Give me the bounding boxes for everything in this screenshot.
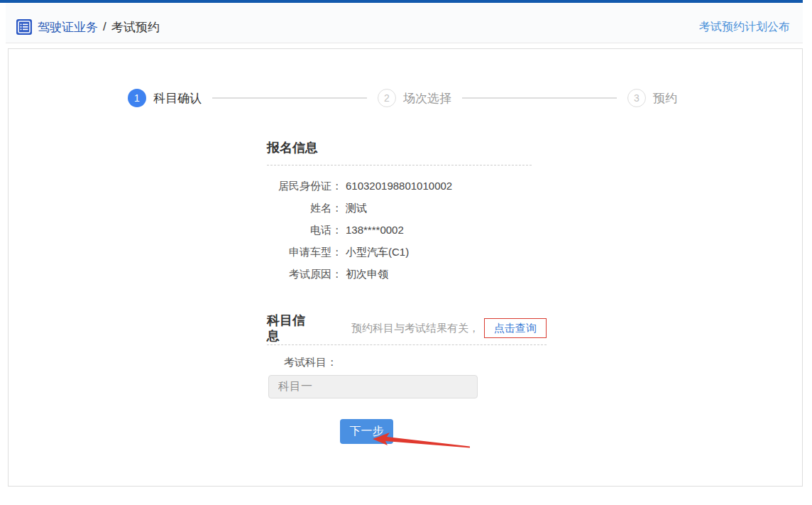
registration-info-title: 报名信息 [267,140,532,156]
field-id-number: 居民身份证： 610320198801010002 [267,175,532,197]
page-header: 驾驶证业务 / 考试预约 考试预约计划公布 [6,3,803,43]
step-reserve: 3 预约 [627,89,677,107]
field-vehicle-type: 申请车型： 小型汽车(C1) [267,241,532,263]
subject-note: 预约科目与考试结果有关， [351,322,479,335]
click-to-query-link[interactable]: 点击查询 [494,322,537,335]
breadcrumb-item-license-business[interactable]: 驾驶证业务 [38,19,98,36]
query-link-highlight-box[interactable]: 点击查询 [484,318,547,338]
breadcrumb: 驾驶证业务 / 考试预约 [16,19,160,36]
step-subject-confirm: 1 科目确认 [128,89,202,107]
field-name: 姓名： 测试 [267,197,532,219]
breadcrumb-separator: / [103,20,106,34]
field-phone: 电话： 138****0002 [267,219,532,241]
step-session-select: 2 场次选择 [378,89,451,107]
field-exam-reason: 考试原因： 初次申领 [267,263,532,285]
step-2-label: 场次选择 [403,90,451,107]
section-divider [267,165,532,165]
section-divider [267,344,547,345]
registration-info-section: 报名信息 居民身份证： 610320198801010002 姓名： 测试 电话… [267,140,532,285]
wizard-stepper: 1 科目确认 2 场次选择 3 预约 [128,89,677,107]
step-3-circle: 3 [627,89,646,107]
list-icon [16,19,32,35]
exam-subject-label: 考试科目： [284,357,547,368]
subject-info-section: 科目信息 预约科目与考试结果有关， 点击查询 考试科目： 下一步 [267,317,547,444]
exam-subject-input[interactable] [268,375,478,398]
exam-plan-announcement-link[interactable]: 考试预约计划公布 [699,20,790,35]
stepper-connector [462,97,617,99]
subject-info-title: 科目信息 [267,313,311,344]
step-2-circle: 2 [378,89,396,107]
next-step-button[interactable]: 下一步 [340,419,393,444]
step-3-label: 预约 [653,90,677,107]
main-panel: 1 科目确认 2 场次选择 3 预约 报名信息 居民身份证： 610320198… [8,48,803,487]
breadcrumb-item-exam-appointment: 考试预约 [111,19,160,36]
step-1-circle: 1 [128,89,146,107]
registration-fields: 居民身份证： 610320198801010002 姓名： 测试 电话： 138… [267,175,532,285]
subject-info-header: 科目信息 预约科目与考试结果有关， 点击查询 [267,317,547,339]
step-1-label: 科目确认 [153,90,202,107]
stepper-connector [212,97,367,99]
